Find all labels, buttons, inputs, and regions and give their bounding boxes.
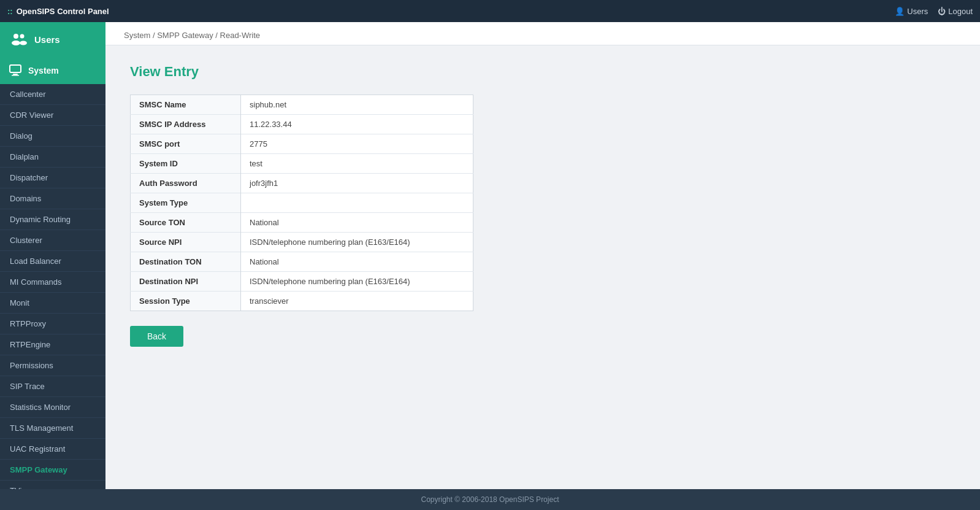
table-row: Session Typetransciever (131, 292, 473, 311)
logout-icon: ⏻ (938, 7, 946, 16)
table-row: SMSC Namesiphub.net (131, 95, 473, 115)
sidebar-item-cdr-viewer[interactable]: CDR Viewer (0, 105, 105, 126)
sidebar-item-clusterer[interactable]: Clusterer (0, 230, 105, 251)
sidebar-item-mi-commands[interactable]: MI Commands (0, 272, 105, 293)
table-row: Source TONNational (131, 213, 473, 233)
field-label: Auth Password (131, 174, 241, 193)
footer: Copyright © 2006-2018 OpenSIPS Project (0, 489, 980, 510)
field-label: Source NPI (131, 233, 241, 252)
svg-point-0 (13, 34, 18, 39)
main-content: System / SMPP Gateway / Read-Write View … (105, 22, 980, 489)
sidebar-item-sip-trace[interactable]: SIP Trace (0, 376, 105, 397)
sidebar-item-permissions[interactable]: Permissions (0, 355, 105, 376)
svg-point-3 (20, 41, 27, 45)
system-svg-icon (9, 63, 22, 76)
table-row: SMSC port2775 (131, 134, 473, 154)
field-value: ISDN/telephone numbering plan (E163/E164… (241, 272, 473, 292)
table-row: System Type (131, 193, 473, 213)
sidebar-item-tls-management[interactable]: TLS Management (0, 418, 105, 439)
field-label: Source TON (131, 213, 241, 233)
field-label: System Type (131, 193, 241, 213)
system-icon (9, 63, 22, 78)
field-value: National (241, 213, 473, 233)
field-value: National (241, 252, 473, 272)
entry-table-body: SMSC Namesiphub.netSMSC IP Address11.22.… (131, 95, 473, 311)
content-area: View Entry SMSC Namesiphub.netSMSC IP Ad… (105, 45, 980, 489)
field-value: jofr3jfh1 (241, 174, 473, 193)
breadcrumb-text: System / SMPP Gateway / Read-Write (124, 31, 260, 40)
field-label: SMSC port (131, 134, 241, 154)
sidebar-item-rtpengine[interactable]: RTPEngine (0, 334, 105, 355)
logout-label: Logout (948, 7, 973, 16)
logout-button[interactable]: ⏻ Logout (938, 7, 973, 16)
sidebar-item-system[interactable]: System (0, 56, 105, 84)
sidebar-item-dispatcher[interactable]: Dispatcher (0, 168, 105, 188)
sidebar-system-label: System (28, 66, 59, 75)
field-label: Destination NPI (131, 272, 241, 292)
field-label: Session Type (131, 292, 241, 311)
sidebar-item-load-balancer[interactable]: Load Balancer (0, 251, 105, 272)
sidebar-item-rtpproxy[interactable]: RTPProxy (0, 314, 105, 334)
users-svg-icon (10, 31, 27, 48)
sidebar-item-callcenter[interactable]: Callcenter (0, 84, 105, 105)
layout: Users System CallcenterCDR ViewerDialogD… (0, 22, 980, 489)
sidebar-item-dynamic-routing[interactable]: Dynamic Routing (0, 209, 105, 230)
table-row: Auth Passwordjofr3jfh1 (131, 174, 473, 193)
sidebar-items-container: CallcenterCDR ViewerDialogDialplanDispat… (0, 84, 105, 489)
svg-rect-6 (12, 75, 19, 76)
topbar: OpenSIPS Control Panel 👤 Users ⏻ Logout (0, 0, 980, 22)
table-row: Destination TONNational (131, 252, 473, 272)
table-row: Source NPIISDN/telephone numbering plan … (131, 233, 473, 252)
users-icon: 👤 (895, 7, 905, 16)
field-value: siphub.net (241, 95, 473, 115)
sidebar-item-uac-registrant[interactable]: UAC Registrant (0, 439, 105, 460)
field-value (241, 193, 473, 213)
svg-point-1 (12, 41, 20, 45)
field-value: transciever (241, 292, 473, 311)
users-button[interactable]: 👤 Users (895, 7, 928, 16)
sidebar-users-label: Users (34, 34, 60, 45)
field-label: Destination TON (131, 252, 241, 272)
back-button[interactable]: Back (130, 326, 183, 347)
sidebar-item-dialplan[interactable]: Dialplan (0, 147, 105, 168)
field-value: test (241, 154, 473, 174)
svg-rect-4 (10, 65, 21, 72)
sidebar: Users System CallcenterCDR ViewerDialogD… (0, 22, 105, 489)
field-value: 11.22.33.44 (241, 115, 473, 134)
sidebar-item-tviewer[interactable]: TViewer (0, 481, 105, 489)
users-icon (9, 29, 28, 49)
users-label: Users (907, 7, 928, 16)
sidebar-item-statistics-monitor[interactable]: Statistics Monitor (0, 397, 105, 418)
field-label: SMSC IP Address (131, 115, 241, 134)
footer-text: Copyright © 2006-2018 OpenSIPS Project (421, 495, 559, 504)
table-row: SMSC IP Address11.22.33.44 (131, 115, 473, 134)
app-title: OpenSIPS Control Panel (7, 7, 109, 16)
sidebar-item-smpp-gateway[interactable]: SMPP Gateway (0, 460, 105, 481)
sidebar-item-users[interactable]: Users (0, 22, 105, 56)
sidebar-item-dialog[interactable]: Dialog (0, 126, 105, 147)
svg-rect-5 (13, 74, 18, 75)
back-btn-row: Back (130, 326, 955, 347)
app-title-text: OpenSIPS Control Panel (17, 7, 109, 16)
view-entry-title: View Entry (130, 64, 955, 80)
sidebar-item-domains[interactable]: Domains (0, 188, 105, 209)
table-row: System IDtest (131, 154, 473, 174)
entry-table: SMSC Namesiphub.netSMSC IP Address11.22.… (130, 95, 473, 311)
field-label: SMSC Name (131, 95, 241, 115)
field-value: 2775 (241, 134, 473, 154)
breadcrumb: System / SMPP Gateway / Read-Write (105, 22, 980, 45)
svg-point-2 (20, 34, 25, 39)
field-label: System ID (131, 154, 241, 174)
topbar-actions: 👤 Users ⏻ Logout (895, 7, 973, 16)
sidebar-item-monit[interactable]: Monit (0, 293, 105, 314)
table-row: Destination NPIISDN/telephone numbering … (131, 272, 473, 292)
field-value: ISDN/telephone numbering plan (E163/E164… (241, 233, 473, 252)
